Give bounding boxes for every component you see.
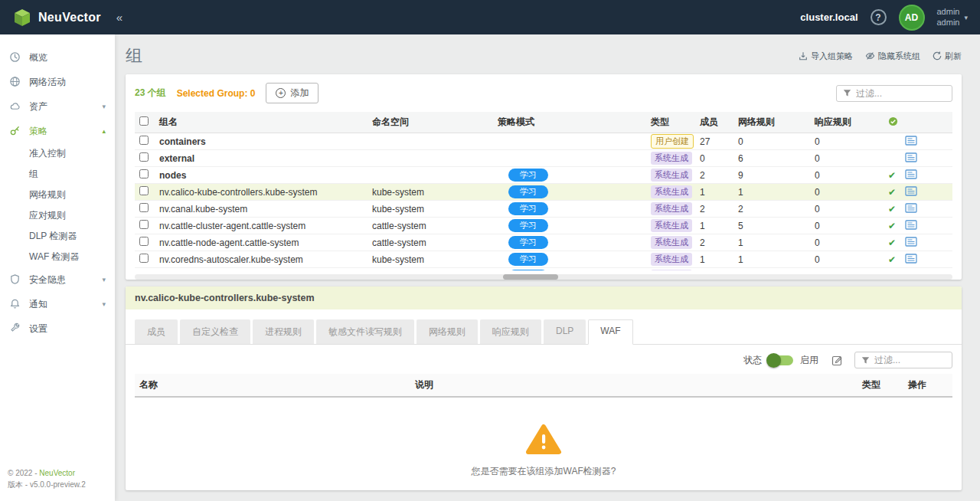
tab-network-rules[interactable]: 网络规则 <box>416 319 478 344</box>
user-menu[interactable]: admin admin ▾ <box>937 7 969 28</box>
table-row[interactable]: nv.coredns.kube-system kube-system 学习 系统… <box>135 268 952 271</box>
sidebar-item-notifications[interactable]: 通知 ▾ <box>0 292 115 316</box>
sidebar-item-assets[interactable]: 资产 ▾ <box>0 94 115 119</box>
col-response-rules[interactable]: 响应规则 <box>810 112 884 133</box>
col-type[interactable]: 类型 <box>646 112 695 133</box>
scorable-check-icon: ✔ <box>888 254 896 265</box>
row-checkbox[interactable] <box>139 203 149 212</box>
type-badge: 用户创建 <box>651 134 694 149</box>
view-rules-icon[interactable] <box>905 237 917 247</box>
table-row[interactable]: nv.cattle-cluster-agent.cattle-system ca… <box>135 218 952 234</box>
col-network-rules[interactable]: 网络规则 <box>733 112 810 133</box>
row-checkbox[interactable] <box>139 237 149 246</box>
col-policy-mode[interactable]: 策略模式 <box>493 112 646 133</box>
groups-filter-input[interactable] <box>856 88 946 99</box>
sidebar-label: 通知 <box>29 298 47 311</box>
table-row[interactable]: containers 用户创建 27 0 0 <box>135 133 952 150</box>
sidebar-label: 准入控制 <box>29 147 66 160</box>
action-label: 导入组策略 <box>811 51 853 62</box>
member-count: 2 <box>695 167 733 184</box>
group-name: external <box>155 150 368 167</box>
avatar[interactable]: AD <box>899 5 925 31</box>
add-group-button[interactable]: + 添加 <box>266 83 318 103</box>
tab-dlp[interactable]: DLP <box>544 319 586 344</box>
view-rules-icon[interactable] <box>905 169 917 179</box>
view-rules-icon[interactable] <box>905 186 917 196</box>
col-description[interactable]: 说明 <box>410 374 858 397</box>
sidebar-item-security-risks[interactable]: 安全隐患 ▾ <box>0 267 115 292</box>
select-all-checkbox[interactable] <box>139 116 149 126</box>
table-row[interactable]: nv.cattle-node-agent.cattle-system cattl… <box>135 234 952 251</box>
row-checkbox[interactable] <box>139 136 149 145</box>
refresh-button[interactable]: 刷新 <box>933 51 962 62</box>
scrollbar-thumb[interactable] <box>503 274 558 280</box>
row-checkbox[interactable] <box>139 186 149 195</box>
tab-custom-check[interactable]: 自定义检查 <box>180 319 250 344</box>
sidebar-item-policy[interactable]: 策略 ▴ <box>0 119 115 143</box>
table-row[interactable]: external 系统生成 0 6 0 <box>135 150 952 167</box>
row-checkbox[interactable] <box>139 169 149 178</box>
neuvector-link[interactable]: NeuVector <box>39 469 75 477</box>
view-rules-icon[interactable] <box>905 220 917 230</box>
table-row-selected[interactable]: nv.calico-kube-controllers.kube-system k… <box>135 184 952 201</box>
sidebar-item-settings[interactable]: 设置 <box>0 316 115 341</box>
row-checkbox[interactable] <box>139 152 149 162</box>
tab-response-rules[interactable]: 响应规则 <box>480 319 541 344</box>
sidebar-item-dlp-sensors[interactable]: DLP 检测器 <box>0 226 115 247</box>
sidebar-item-response-rules[interactable]: 应对规则 <box>0 205 115 226</box>
type-badge: 系统生成 <box>651 185 692 198</box>
groups-header-row: 组名 命名空间 策略模式 类型 成员 网络规则 响应规则 <box>135 112 952 133</box>
sidebar-item-admission-control[interactable]: 准入控制 <box>0 143 115 164</box>
tab-waf[interactable]: WAF <box>588 319 632 345</box>
user-name: admin <box>937 18 960 28</box>
group-name: nv.coredns-autoscaler.kube-system <box>155 251 368 268</box>
view-rules-icon[interactable] <box>905 254 917 264</box>
tab-file-access-rules[interactable]: 敏感文件读写规则 <box>316 319 414 344</box>
sidebar-item-network-rules[interactable]: 网络规则 <box>0 185 115 205</box>
view-rules-icon[interactable] <box>905 270 917 271</box>
group-name: nv.canal.kube-system <box>155 201 368 218</box>
waf-filter-input[interactable] <box>874 355 946 365</box>
waf-header-row: 名称 说明 类型 操作 <box>135 374 952 397</box>
col-name[interactable]: 名称 <box>135 374 410 397</box>
tab-members[interactable]: 成员 <box>135 319 178 344</box>
table-row[interactable]: nv.coredns-autoscaler.kube-system kube-s… <box>135 251 952 268</box>
filter-icon <box>861 356 870 365</box>
group-namespace <box>368 150 493 167</box>
tab-process-rules[interactable]: 进程规则 <box>253 319 314 344</box>
main-content: 组 导入组策略 隐藏系统组 刷新 23 个组 Selected Group: 0… <box>115 34 980 501</box>
hide-system-groups-button[interactable]: 隐藏系统组 <box>865 51 920 62</box>
row-checkbox[interactable] <box>139 220 149 229</box>
view-rules-icon[interactable] <box>905 152 917 162</box>
col-group-name[interactable]: 组名 <box>155 112 368 133</box>
sidebar-label: 策略 <box>29 125 47 138</box>
sidebar-label: 设置 <box>29 323 47 336</box>
import-group-policy-button[interactable]: 导入组策略 <box>799 51 853 62</box>
sidebar-item-network-activity[interactable]: 网络活动 <box>0 70 115 94</box>
mode-badge: 学习 <box>508 270 548 270</box>
cluster-name[interactable]: cluster.local <box>800 11 858 23</box>
col-namespace[interactable]: 命名空间 <box>368 112 493 133</box>
sidebar-item-overview[interactable]: 概览 <box>0 45 115 70</box>
user-role: admin <box>937 7 960 18</box>
status-toggle[interactable] <box>769 355 793 365</box>
sidebar-item-groups[interactable]: 组 <box>0 164 115 185</box>
sidebar-label: 概览 <box>29 51 47 64</box>
col-members[interactable]: 成员 <box>695 112 733 133</box>
col-type[interactable]: 类型 <box>858 374 903 397</box>
horizontal-scrollbar[interactable] <box>135 274 952 280</box>
col-actions[interactable]: 操作 <box>903 374 952 397</box>
help-icon[interactable]: ? <box>871 9 887 25</box>
row-checkbox[interactable] <box>139 254 149 263</box>
member-count: 0 <box>695 150 733 167</box>
sidebar-item-waf-sensors[interactable]: WAF 检测器 <box>0 247 115 267</box>
table-row[interactable]: nodes 学习 系统生成 2 9 0 ✔ <box>135 167 952 184</box>
edit-icon[interactable] <box>831 355 843 366</box>
groups-table-wrap: 组名 命名空间 策略模式 类型 成员 网络规则 响应规则 containe <box>135 112 952 270</box>
view-rules-icon[interactable] <box>905 203 917 213</box>
table-row[interactable]: nv.canal.kube-system kube-system 学习 系统生成… <box>135 201 952 218</box>
group-namespace: kube-system <box>368 184 493 201</box>
sidebar-collapse-icon[interactable]: « <box>116 11 122 24</box>
groups-table: 组名 命名空间 策略模式 类型 成员 网络规则 响应规则 containe <box>135 112 952 270</box>
view-rules-icon[interactable] <box>905 136 917 146</box>
